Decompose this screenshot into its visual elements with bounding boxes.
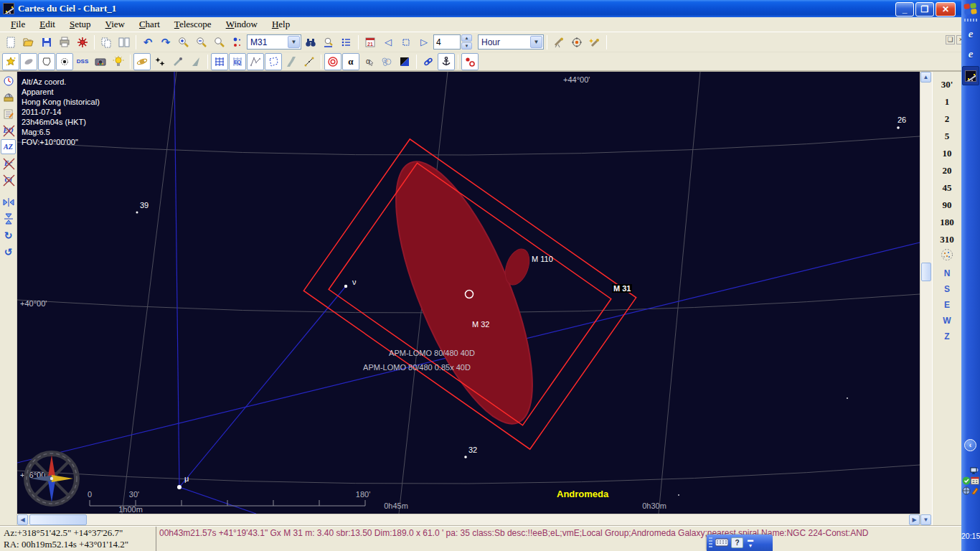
keyboard-icon[interactable]: [715, 537, 728, 550]
background-image-icon[interactable]: [92, 53, 109, 70]
language-bar-minimize-icon[interactable]: ▬▾: [746, 537, 755, 549]
advanced-search-icon[interactable]: [320, 34, 337, 51]
time-unit-combo[interactable]: Hour ▼: [478, 34, 544, 50]
language-bar-grip[interactable]: [709, 537, 712, 549]
label-m32[interactable]: M 32: [472, 320, 489, 329]
tray-collapse-chevron-icon[interactable]: ‹: [964, 439, 976, 451]
mark-position-icon[interactable]: [461, 53, 479, 70]
flip-vertical-icon[interactable]: [1, 211, 16, 226]
start-button[interactable]: [963, 1, 978, 17]
tray-globe-icon[interactable]: [962, 485, 971, 494]
direction-zenith-button[interactable]: Z: [935, 329, 959, 344]
show-nebulae-icon[interactable]: [38, 53, 55, 70]
asteroids-icon[interactable]: [187, 53, 204, 70]
spin-up-icon[interactable]: ▲: [461, 34, 472, 42]
taskbar-cartes-du-ciel-button[interactable]: [962, 66, 979, 85]
open-icon[interactable]: [20, 34, 37, 51]
scroll-right-icon[interactable]: ▶: [909, 514, 920, 525]
edit-labels-icon[interactable]: α: [360, 53, 377, 70]
night-vision-icon[interactable]: [396, 53, 413, 70]
equatorial-grid-icon[interactable]: EQ: [229, 53, 246, 70]
search-icon[interactable]: [302, 34, 319, 51]
comets-icon[interactable]: [169, 53, 187, 70]
fov-20-button[interactable]: 20: [935, 162, 959, 179]
coord-eq-button[interactable]: EQ: [1, 123, 16, 138]
dss-images-icon[interactable]: DSS: [74, 53, 91, 70]
undo-icon[interactable]: ↶: [139, 34, 156, 51]
antivirus-shield-icon[interactable]: [962, 475, 971, 484]
calendar-icon[interactable]: 21: [362, 34, 379, 51]
toolbar-dock-icon[interactable]: ❏: [946, 35, 955, 44]
combo-arrow-icon[interactable]: ▼: [530, 36, 542, 48]
fov-30min-button[interactable]: 30': [935, 76, 959, 93]
time-next-icon[interactable]: ▷: [415, 34, 433, 51]
time-previous-icon[interactable]: ◁: [380, 34, 397, 51]
telescope-park-icon[interactable]: [550, 34, 567, 51]
direction-north-button[interactable]: N: [935, 265, 959, 281]
object-list-edit-icon[interactable]: [1, 106, 16, 121]
sky-brightness-icon[interactable]: [110, 53, 127, 70]
telescope-slew-icon[interactable]: [586, 34, 603, 51]
label-star-32[interactable]: 32: [468, 446, 477, 454]
scroll-left-icon[interactable]: ◀: [17, 514, 28, 525]
zoom-in-icon[interactable]: [175, 34, 192, 51]
direction-east-button[interactable]: E: [935, 297, 959, 313]
taskbar-grip[interactable]: [964, 19, 977, 22]
double-stars-icon[interactable]: [151, 53, 169, 70]
label-star-39[interactable]: 39: [140, 201, 149, 209]
menu-chart[interactable]: Chart: [133, 17, 166, 32]
observatory-icon[interactable]: [1, 90, 16, 105]
scroll-up-icon[interactable]: ▲: [920, 72, 931, 83]
tray-calendar-icon[interactable]: [971, 475, 979, 484]
fov-circles-icon[interactable]: [324, 53, 341, 70]
minimize-button[interactable]: _: [895, 2, 914, 17]
link-charts-icon[interactable]: [420, 53, 437, 70]
menu-window[interactable]: Window: [220, 17, 264, 32]
show-planetary-icon[interactable]: [56, 53, 73, 70]
menu-telescope[interactable]: Telescope: [168, 17, 218, 32]
menu-help[interactable]: Help: [265, 17, 296, 32]
time-step-input[interactable]: [433, 34, 461, 50]
coord-ec-button[interactable]: Ec: [1, 156, 16, 171]
milky-way-icon[interactable]: [283, 53, 300, 70]
coord-gl-button[interactable]: Gl: [1, 172, 16, 187]
direction-west-button[interactable]: W: [935, 313, 959, 329]
fov-90-button[interactable]: 90: [935, 197, 959, 214]
scroll-down-icon[interactable]: ▼: [920, 514, 931, 525]
telescope-goto-icon[interactable]: [568, 34, 585, 51]
time-now-icon[interactable]: [397, 34, 415, 51]
show-galaxies-icon[interactable]: [20, 53, 37, 70]
fov-2-button[interactable]: 2: [935, 110, 959, 128]
close-button[interactable]: ✕: [936, 2, 956, 17]
altaz-grid-icon[interactable]: [211, 53, 228, 70]
new-window-icon[interactable]: [116, 34, 133, 51]
object-labels-icon[interactable]: α: [342, 53, 359, 70]
horizontal-scrollbar[interactable]: ◀ ▶: [17, 514, 920, 525]
clock-icon[interactable]: [1, 73, 16, 88]
quicklaunch-ie-1[interactable]: e: [962, 24, 979, 43]
label-star-26[interactable]: 26: [897, 116, 906, 124]
fov-10-button[interactable]: 10: [935, 145, 959, 162]
object-list-icon[interactable]: [338, 34, 355, 51]
fov-310-button[interactable]: 310: [935, 231, 959, 248]
zoom-out-icon[interactable]: [193, 34, 210, 51]
fov-45-button[interactable]: 45: [935, 179, 959, 197]
redo-icon[interactable]: ↷: [157, 34, 174, 51]
lock-chart-icon[interactable]: [438, 53, 455, 70]
combo-arrow-icon[interactable]: ▼: [288, 36, 300, 48]
tray-tool-icon[interactable]: [971, 485, 979, 494]
label-star-nu[interactable]: ν: [352, 278, 357, 286]
direction-south-button[interactable]: S: [935, 281, 959, 297]
object-search-combo[interactable]: M31 ▼: [247, 34, 301, 50]
vertical-scroll-thumb[interactable]: [921, 263, 931, 281]
language-help-icon[interactable]: ?: [731, 537, 743, 548]
coord-az-button[interactable]: AZ: [1, 139, 16, 154]
time-step-spinner[interactable]: ▲▼: [461, 34, 472, 50]
constellation-figures-icon[interactable]: [247, 53, 264, 70]
network-monitor-icon[interactable]: [970, 465, 979, 474]
fov-5-button[interactable]: 5: [935, 128, 959, 145]
restore-button[interactable]: ❐: [915, 2, 934, 17]
show-planets-icon[interactable]: [133, 53, 151, 70]
quicklaunch-ie-2[interactable]: e: [962, 44, 979, 63]
rotate-clockwise-icon[interactable]: ↻: [1, 227, 16, 242]
